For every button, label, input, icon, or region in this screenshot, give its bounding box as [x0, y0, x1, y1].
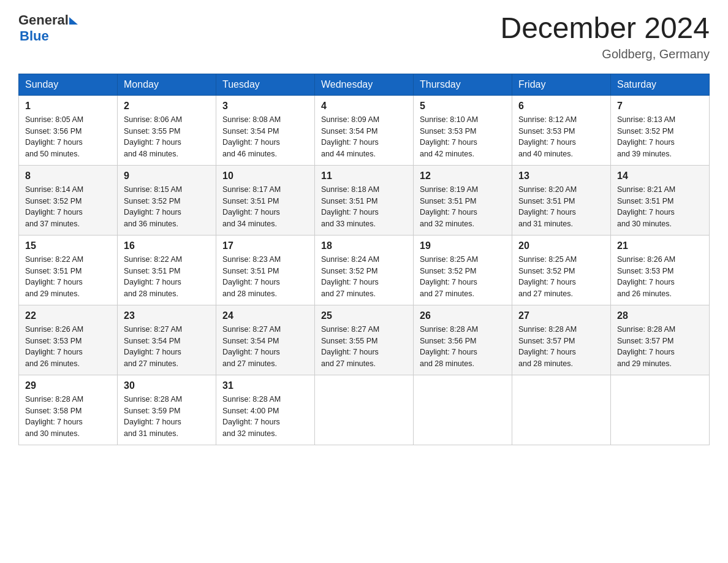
header-row: SundayMondayTuesdayWednesdayThursdayFrid… [19, 74, 710, 95]
header-wednesday: Wednesday [315, 74, 414, 95]
day-info: Sunrise: 8:06 AM Sunset: 3:55 PM Dayligh… [124, 114, 210, 160]
day-number: 16 [124, 240, 210, 251]
day-number: 2 [124, 101, 210, 112]
title-section: December 2024 Goldberg, Germany [500, 12, 710, 61]
day-number: 19 [420, 240, 506, 251]
calendar-day-cell: 9 Sunrise: 8:15 AM Sunset: 3:52 PM Dayli… [118, 165, 216, 235]
header-saturday: Saturday [611, 74, 710, 95]
day-number: 30 [124, 380, 210, 391]
calendar-day-cell: 20 Sunrise: 8:25 AM Sunset: 3:52 PM Dayl… [512, 235, 611, 305]
day-info: Sunrise: 8:28 AM Sunset: 3:57 PM Dayligh… [617, 324, 703, 370]
calendar-header: SundayMondayTuesdayWednesdayThursdayFrid… [19, 74, 710, 95]
calendar-day-cell: 22 Sunrise: 8:26 AM Sunset: 3:53 PM Dayl… [19, 305, 118, 375]
day-info: Sunrise: 8:17 AM Sunset: 3:51 PM Dayligh… [222, 184, 308, 230]
day-number: 3 [222, 101, 308, 112]
day-info: Sunrise: 8:24 AM Sunset: 3:52 PM Dayligh… [321, 254, 407, 300]
calendar-day-cell: 12 Sunrise: 8:19 AM Sunset: 3:51 PM Dayl… [414, 165, 512, 235]
calendar-body: 1 Sunrise: 8:05 AM Sunset: 3:56 PM Dayli… [19, 95, 710, 445]
day-info: Sunrise: 8:12 AM Sunset: 3:53 PM Dayligh… [518, 114, 604, 160]
day-number: 28 [617, 310, 703, 321]
calendar-day-cell: 16 Sunrise: 8:22 AM Sunset: 3:51 PM Dayl… [118, 235, 216, 305]
day-number: 25 [321, 310, 407, 321]
day-number: 31 [222, 380, 308, 391]
calendar-day-cell: 15 Sunrise: 8:22 AM Sunset: 3:51 PM Dayl… [19, 235, 118, 305]
day-info: Sunrise: 8:08 AM Sunset: 3:54 PM Dayligh… [222, 114, 308, 160]
calendar-day-cell [315, 375, 414, 445]
day-info: Sunrise: 8:26 AM Sunset: 3:53 PM Dayligh… [25, 324, 111, 370]
logo-blue: Blue [20, 28, 49, 44]
header-friday: Friday [512, 74, 611, 95]
calendar-day-cell: 2 Sunrise: 8:06 AM Sunset: 3:55 PM Dayli… [118, 95, 216, 165]
logo-general: General [18, 12, 69, 28]
calendar-day-cell: 14 Sunrise: 8:21 AM Sunset: 3:51 PM Dayl… [611, 165, 710, 235]
day-info: Sunrise: 8:23 AM Sunset: 3:51 PM Dayligh… [222, 254, 308, 300]
day-info: Sunrise: 8:22 AM Sunset: 3:51 PM Dayligh… [25, 254, 111, 300]
day-number: 14 [617, 170, 703, 182]
day-info: Sunrise: 8:25 AM Sunset: 3:52 PM Dayligh… [518, 254, 604, 300]
calendar-day-cell: 13 Sunrise: 8:20 AM Sunset: 3:51 PM Dayl… [512, 165, 611, 235]
calendar-week-row: 22 Sunrise: 8:26 AM Sunset: 3:53 PM Dayl… [19, 305, 710, 375]
header-thursday: Thursday [414, 74, 512, 95]
day-number: 13 [518, 170, 604, 182]
day-info: Sunrise: 8:21 AM Sunset: 3:51 PM Dayligh… [617, 184, 703, 230]
header-sunday: Sunday [19, 74, 118, 95]
calendar-week-row: 1 Sunrise: 8:05 AM Sunset: 3:56 PM Dayli… [19, 95, 710, 165]
day-info: Sunrise: 8:25 AM Sunset: 3:52 PM Dayligh… [420, 254, 506, 300]
day-info: Sunrise: 8:13 AM Sunset: 3:52 PM Dayligh… [617, 114, 703, 160]
day-number: 17 [222, 240, 308, 251]
calendar-day-cell [414, 375, 512, 445]
calendar-day-cell: 7 Sunrise: 8:13 AM Sunset: 3:52 PM Dayli… [611, 95, 710, 165]
calendar-week-row: 8 Sunrise: 8:14 AM Sunset: 3:52 PM Dayli… [19, 165, 710, 235]
calendar-day-cell: 21 Sunrise: 8:26 AM Sunset: 3:53 PM Dayl… [611, 235, 710, 305]
calendar-day-cell: 31 Sunrise: 8:28 AM Sunset: 4:00 PM Dayl… [216, 375, 315, 445]
day-info: Sunrise: 8:28 AM Sunset: 3:58 PM Dayligh… [25, 394, 111, 440]
calendar-week-row: 29 Sunrise: 8:28 AM Sunset: 3:58 PM Dayl… [19, 375, 710, 445]
day-number: 8 [25, 170, 111, 182]
day-number: 15 [25, 240, 111, 251]
page-header: General Blue December 2024 Goldberg, Ger… [18, 12, 710, 61]
day-number: 11 [321, 170, 407, 182]
calendar-day-cell [611, 375, 710, 445]
day-number: 27 [518, 310, 604, 321]
calendar-day-cell: 4 Sunrise: 8:09 AM Sunset: 3:54 PM Dayli… [315, 95, 414, 165]
day-number: 22 [25, 310, 111, 321]
day-number: 5 [420, 101, 506, 112]
calendar-day-cell: 6 Sunrise: 8:12 AM Sunset: 3:53 PM Dayli… [512, 95, 611, 165]
day-number: 10 [222, 170, 308, 182]
day-number: 29 [25, 380, 111, 391]
day-number: 20 [518, 240, 604, 251]
location: Goldberg, Germany [500, 47, 710, 61]
day-info: Sunrise: 8:15 AM Sunset: 3:52 PM Dayligh… [124, 184, 210, 230]
day-number: 18 [321, 240, 407, 251]
day-info: Sunrise: 8:19 AM Sunset: 3:51 PM Dayligh… [420, 184, 506, 230]
calendar-day-cell: 11 Sunrise: 8:18 AM Sunset: 3:51 PM Dayl… [315, 165, 414, 235]
logo-triangle-icon [69, 17, 78, 25]
calendar-day-cell: 29 Sunrise: 8:28 AM Sunset: 3:58 PM Dayl… [19, 375, 118, 445]
day-info: Sunrise: 8:28 AM Sunset: 4:00 PM Dayligh… [222, 394, 308, 440]
day-info: Sunrise: 8:28 AM Sunset: 3:56 PM Dayligh… [420, 324, 506, 370]
day-number: 23 [124, 310, 210, 321]
month-title: December 2024 [500, 12, 710, 45]
calendar-day-cell: 27 Sunrise: 8:28 AM Sunset: 3:57 PM Dayl… [512, 305, 611, 375]
calendar-day-cell: 28 Sunrise: 8:28 AM Sunset: 3:57 PM Dayl… [611, 305, 710, 375]
calendar-day-cell: 18 Sunrise: 8:24 AM Sunset: 3:52 PM Dayl… [315, 235, 414, 305]
calendar-day-cell: 24 Sunrise: 8:27 AM Sunset: 3:54 PM Dayl… [216, 305, 315, 375]
day-number: 7 [617, 101, 703, 112]
calendar-day-cell: 23 Sunrise: 8:27 AM Sunset: 3:54 PM Dayl… [118, 305, 216, 375]
calendar-day-cell [512, 375, 611, 445]
day-info: Sunrise: 8:28 AM Sunset: 3:59 PM Dayligh… [124, 394, 210, 440]
calendar-table: SundayMondayTuesdayWednesdayThursdayFrid… [18, 74, 710, 445]
header-monday: Monday [118, 74, 216, 95]
day-number: 9 [124, 170, 210, 182]
calendar-day-cell: 30 Sunrise: 8:28 AM Sunset: 3:59 PM Dayl… [118, 375, 216, 445]
calendar-day-cell: 1 Sunrise: 8:05 AM Sunset: 3:56 PM Dayli… [19, 95, 118, 165]
calendar-day-cell: 3 Sunrise: 8:08 AM Sunset: 3:54 PM Dayli… [216, 95, 315, 165]
calendar-day-cell: 25 Sunrise: 8:27 AM Sunset: 3:55 PM Dayl… [315, 305, 414, 375]
day-number: 6 [518, 101, 604, 112]
day-number: 1 [25, 101, 111, 112]
day-info: Sunrise: 8:27 AM Sunset: 3:55 PM Dayligh… [321, 324, 407, 370]
calendar-day-cell: 19 Sunrise: 8:25 AM Sunset: 3:52 PM Dayl… [414, 235, 512, 305]
day-number: 21 [617, 240, 703, 251]
day-info: Sunrise: 8:18 AM Sunset: 3:51 PM Dayligh… [321, 184, 407, 230]
calendar-day-cell: 10 Sunrise: 8:17 AM Sunset: 3:51 PM Dayl… [216, 165, 315, 235]
